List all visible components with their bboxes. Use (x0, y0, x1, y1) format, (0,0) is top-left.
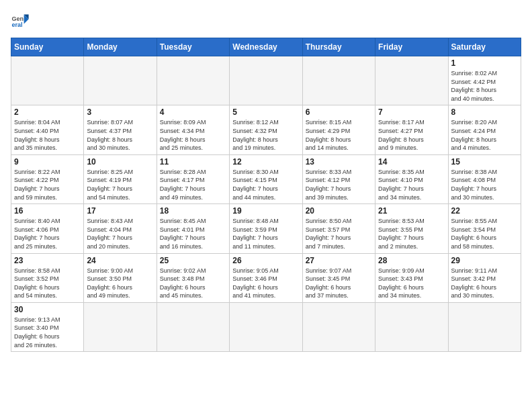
calendar-cell-6: 1Sunrise: 8:02 AM Sunset: 4:42 PM Daylig… (448, 56, 521, 105)
day-number-18: 18 (160, 206, 226, 216)
day-number-14: 14 (378, 157, 445, 167)
day-number-28: 28 (378, 256, 445, 265)
svg-text:eral: eral (11, 21, 22, 28)
calendar-cell-38 (230, 302, 302, 351)
weekday-header-monday: Monday (84, 38, 157, 56)
calendar-cell-4 (302, 56, 375, 105)
calendar-cell-24: 19Sunrise: 8:48 AM Sunset: 3:59 PM Dayli… (230, 204, 302, 253)
calendar-row-1: 2Sunrise: 8:04 AM Sunset: 4:40 PM Daylig… (11, 105, 521, 154)
day-number-22: 22 (451, 206, 518, 216)
calendar-cell-8: 3Sunrise: 8:07 AM Sunset: 4:37 PM Daylig… (84, 105, 157, 154)
calendar-cell-1 (84, 56, 157, 105)
calendar-cell-3 (230, 56, 302, 105)
day-number-27: 27 (306, 256, 372, 265)
calendar-cell-12: 7Sunrise: 8:17 AM Sunset: 4:27 PM Daylig… (375, 105, 448, 154)
day-number-17: 17 (87, 206, 153, 216)
day-info-20: Sunrise: 8:50 AM Sunset: 3:57 PM Dayligh… (306, 217, 372, 250)
calendar-cell-19: 14Sunrise: 8:35 AM Sunset: 4:10 PM Dayli… (375, 154, 448, 203)
day-info-14: Sunrise: 8:35 AM Sunset: 4:10 PM Dayligh… (378, 168, 445, 201)
calendar-cell-21: 16Sunrise: 8:40 AM Sunset: 4:06 PM Dayli… (11, 204, 84, 253)
calendar-cell-29: 24Sunrise: 9:00 AM Sunset: 3:50 PM Dayli… (84, 253, 157, 302)
calendar-cell-32: 27Sunrise: 9:07 AM Sunset: 3:45 PM Dayli… (302, 253, 375, 302)
day-info-3: Sunrise: 8:07 AM Sunset: 4:37 PM Dayligh… (87, 118, 153, 152)
day-info-9: Sunrise: 8:22 AM Sunset: 4:22 PM Dayligh… (14, 168, 81, 201)
day-number-5: 5 (232, 107, 299, 117)
day-info-7: Sunrise: 8:17 AM Sunset: 4:27 PM Dayligh… (378, 118, 445, 152)
day-number-8: 8 (451, 107, 518, 117)
day-info-30: Sunrise: 9:13 AM Sunset: 3:40 PM Dayligh… (14, 316, 81, 349)
calendar-cell-22: 17Sunrise: 8:43 AM Sunset: 4:04 PM Dayli… (84, 204, 157, 253)
calendar-row-2: 9Sunrise: 8:22 AM Sunset: 4:22 PM Daylig… (11, 154, 521, 203)
day-number-6: 6 (306, 107, 372, 117)
weekday-header-row: SundayMondayTuesdayWednesdayThursdayFrid… (11, 38, 521, 56)
day-info-10: Sunrise: 8:25 AM Sunset: 4:19 PM Dayligh… (87, 168, 153, 201)
weekday-header-wednesday: Wednesday (230, 38, 302, 56)
day-number-1: 1 (451, 58, 518, 68)
day-info-8: Sunrise: 8:20 AM Sunset: 4:24 PM Dayligh… (451, 118, 518, 152)
day-info-23: Sunrise: 8:58 AM Sunset: 3:52 PM Dayligh… (14, 267, 81, 300)
day-info-29: Sunrise: 9:11 AM Sunset: 3:42 PM Dayligh… (451, 267, 518, 300)
day-number-3: 3 (87, 107, 153, 117)
day-info-25: Sunrise: 9:02 AM Sunset: 3:48 PM Dayligh… (160, 267, 226, 300)
day-info-16: Sunrise: 8:40 AM Sunset: 4:06 PM Dayligh… (14, 217, 81, 250)
calendar-cell-14: 9Sunrise: 8:22 AM Sunset: 4:22 PM Daylig… (11, 154, 84, 203)
calendar-cell-9: 4Sunrise: 8:09 AM Sunset: 4:34 PM Daylig… (157, 105, 229, 154)
logo-icon: Gen eral (11, 11, 30, 30)
day-info-26: Sunrise: 9:05 AM Sunset: 3:46 PM Dayligh… (232, 267, 299, 300)
day-info-6: Sunrise: 8:15 AM Sunset: 4:29 PM Dayligh… (306, 118, 372, 152)
day-info-18: Sunrise: 8:45 AM Sunset: 4:01 PM Dayligh… (160, 217, 226, 250)
day-number-9: 9 (14, 157, 81, 167)
calendar-cell-23: 18Sunrise: 8:45 AM Sunset: 4:01 PM Dayli… (157, 204, 229, 253)
calendar-cell-28: 23Sunrise: 8:58 AM Sunset: 3:52 PM Dayli… (11, 253, 84, 302)
weekday-header-friday: Friday (375, 38, 448, 56)
calendar-cell-2 (157, 56, 229, 105)
calendar-cell-13: 8Sunrise: 8:20 AM Sunset: 4:24 PM Daylig… (448, 105, 521, 154)
calendar-cell-31: 26Sunrise: 9:05 AM Sunset: 3:46 PM Dayli… (230, 253, 302, 302)
day-info-5: Sunrise: 8:12 AM Sunset: 4:32 PM Dayligh… (232, 118, 299, 152)
calendar-row-3: 16Sunrise: 8:40 AM Sunset: 4:06 PM Dayli… (11, 204, 521, 253)
weekday-header-sunday: Sunday (11, 38, 84, 56)
day-info-2: Sunrise: 8:04 AM Sunset: 4:40 PM Dayligh… (14, 118, 81, 152)
day-number-13: 13 (306, 157, 372, 167)
calendar-cell-39 (302, 302, 375, 351)
day-number-16: 16 (14, 206, 81, 216)
calendar-cell-33: 28Sunrise: 9:09 AM Sunset: 3:43 PM Dayli… (375, 253, 448, 302)
day-info-11: Sunrise: 8:28 AM Sunset: 4:17 PM Dayligh… (160, 168, 226, 201)
calendar-cell-18: 13Sunrise: 8:33 AM Sunset: 4:12 PM Dayli… (302, 154, 375, 203)
day-number-2: 2 (14, 107, 81, 117)
day-number-29: 29 (451, 256, 518, 265)
calendar-cell-34: 29Sunrise: 9:11 AM Sunset: 3:42 PM Dayli… (448, 253, 521, 302)
calendar-cell-15: 10Sunrise: 8:25 AM Sunset: 4:19 PM Dayli… (84, 154, 157, 203)
calendar-cell-7: 2Sunrise: 8:04 AM Sunset: 4:40 PM Daylig… (11, 105, 84, 154)
calendar-cell-36 (84, 302, 157, 351)
day-info-13: Sunrise: 8:33 AM Sunset: 4:12 PM Dayligh… (306, 168, 372, 201)
day-number-4: 4 (160, 107, 226, 117)
calendar-cell-11: 6Sunrise: 8:15 AM Sunset: 4:29 PM Daylig… (302, 105, 375, 154)
day-info-1: Sunrise: 8:02 AM Sunset: 4:42 PM Dayligh… (451, 69, 518, 103)
calendar-cell-35: 30Sunrise: 9:13 AM Sunset: 3:40 PM Dayli… (11, 302, 84, 351)
weekday-header-tuesday: Tuesday (157, 38, 229, 56)
day-number-24: 24 (87, 256, 153, 265)
day-info-17: Sunrise: 8:43 AM Sunset: 4:04 PM Dayligh… (87, 217, 153, 250)
calendar-cell-27: 22Sunrise: 8:55 AM Sunset: 3:54 PM Dayli… (448, 204, 521, 253)
calendar-cell-25: 20Sunrise: 8:50 AM Sunset: 3:57 PM Dayli… (302, 204, 375, 253)
calendar-row-0: 1Sunrise: 8:02 AM Sunset: 4:42 PM Daylig… (11, 56, 521, 105)
calendar: SundayMondayTuesdayWednesdayThursdayFrid… (11, 38, 521, 352)
calendar-cell-37 (157, 302, 229, 351)
day-number-12: 12 (232, 157, 299, 167)
calendar-cell-17: 12Sunrise: 8:30 AM Sunset: 4:15 PM Dayli… (230, 154, 302, 203)
calendar-cell-20: 15Sunrise: 8:38 AM Sunset: 4:08 PM Dayli… (448, 154, 521, 203)
day-info-28: Sunrise: 9:09 AM Sunset: 3:43 PM Dayligh… (378, 267, 445, 300)
calendar-cell-30: 25Sunrise: 9:02 AM Sunset: 3:48 PM Dayli… (157, 253, 229, 302)
calendar-cell-41 (448, 302, 521, 351)
day-info-19: Sunrise: 8:48 AM Sunset: 3:59 PM Dayligh… (232, 217, 299, 250)
day-info-12: Sunrise: 8:30 AM Sunset: 4:15 PM Dayligh… (232, 168, 299, 201)
day-info-4: Sunrise: 8:09 AM Sunset: 4:34 PM Dayligh… (160, 118, 226, 152)
day-info-21: Sunrise: 8:53 AM Sunset: 3:55 PM Dayligh… (378, 217, 445, 250)
calendar-cell-5 (375, 56, 448, 105)
day-info-27: Sunrise: 9:07 AM Sunset: 3:45 PM Dayligh… (306, 267, 372, 300)
day-number-15: 15 (451, 157, 518, 167)
day-info-15: Sunrise: 8:38 AM Sunset: 4:08 PM Dayligh… (451, 168, 518, 201)
day-number-30: 30 (14, 305, 81, 314)
day-number-10: 10 (87, 157, 153, 167)
